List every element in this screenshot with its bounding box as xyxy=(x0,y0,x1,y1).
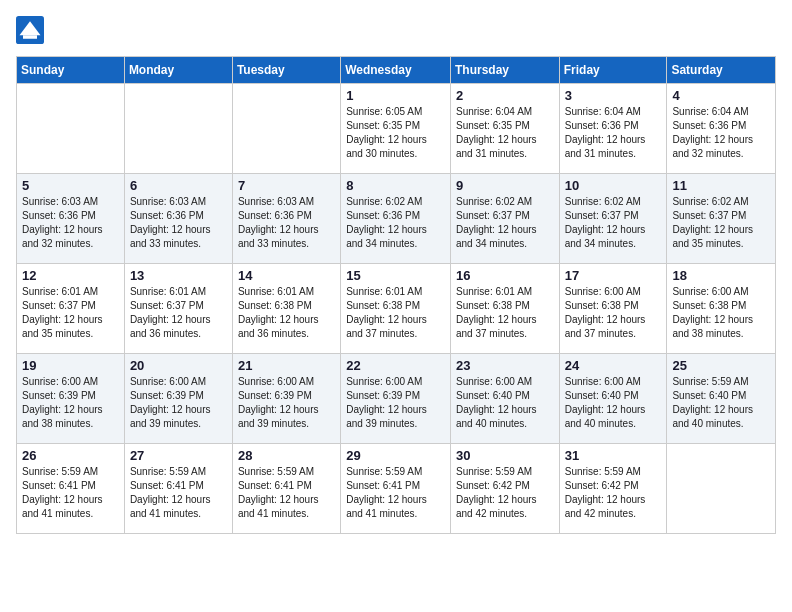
day-info: Sunrise: 6:00 AMSunset: 6:39 PMDaylight:… xyxy=(130,375,227,431)
calendar-cell: 14Sunrise: 6:01 AMSunset: 6:38 PMDayligh… xyxy=(232,264,340,354)
day-number: 13 xyxy=(130,268,227,283)
day-info: Sunrise: 5:59 AMSunset: 6:40 PMDaylight:… xyxy=(672,375,770,431)
calendar-cell: 28Sunrise: 5:59 AMSunset: 6:41 PMDayligh… xyxy=(232,444,340,534)
logo xyxy=(16,16,48,44)
calendar-cell: 10Sunrise: 6:02 AMSunset: 6:37 PMDayligh… xyxy=(559,174,667,264)
day-number: 14 xyxy=(238,268,335,283)
calendar-cell: 20Sunrise: 6:00 AMSunset: 6:39 PMDayligh… xyxy=(124,354,232,444)
day-info: Sunrise: 5:59 AMSunset: 6:42 PMDaylight:… xyxy=(565,465,662,521)
calendar-cell: 4Sunrise: 6:04 AMSunset: 6:36 PMDaylight… xyxy=(667,84,776,174)
calendar-cell: 19Sunrise: 6:00 AMSunset: 6:39 PMDayligh… xyxy=(17,354,125,444)
calendar-cell: 3Sunrise: 6:04 AMSunset: 6:36 PMDaylight… xyxy=(559,84,667,174)
day-info: Sunrise: 6:03 AMSunset: 6:36 PMDaylight:… xyxy=(238,195,335,251)
week-row-4: 19Sunrise: 6:00 AMSunset: 6:39 PMDayligh… xyxy=(17,354,776,444)
day-info: Sunrise: 6:01 AMSunset: 6:38 PMDaylight:… xyxy=(346,285,445,341)
day-number: 20 xyxy=(130,358,227,373)
calendar-cell: 8Sunrise: 6:02 AMSunset: 6:36 PMDaylight… xyxy=(341,174,451,264)
week-row-5: 26Sunrise: 5:59 AMSunset: 6:41 PMDayligh… xyxy=(17,444,776,534)
calendar-cell: 27Sunrise: 5:59 AMSunset: 6:41 PMDayligh… xyxy=(124,444,232,534)
page-header xyxy=(16,16,776,44)
weekday-header-tuesday: Tuesday xyxy=(232,57,340,84)
weekday-header-monday: Monday xyxy=(124,57,232,84)
calendar-cell xyxy=(17,84,125,174)
day-number: 12 xyxy=(22,268,119,283)
logo-icon xyxy=(16,16,44,44)
weekday-header-wednesday: Wednesday xyxy=(341,57,451,84)
day-info: Sunrise: 6:00 AMSunset: 6:39 PMDaylight:… xyxy=(22,375,119,431)
day-number: 24 xyxy=(565,358,662,373)
day-number: 4 xyxy=(672,88,770,103)
day-info: Sunrise: 6:01 AMSunset: 6:38 PMDaylight:… xyxy=(456,285,554,341)
calendar-cell: 16Sunrise: 6:01 AMSunset: 6:38 PMDayligh… xyxy=(450,264,559,354)
day-info: Sunrise: 6:00 AMSunset: 6:38 PMDaylight:… xyxy=(565,285,662,341)
day-number: 31 xyxy=(565,448,662,463)
calendar-cell: 6Sunrise: 6:03 AMSunset: 6:36 PMDaylight… xyxy=(124,174,232,264)
calendar-cell: 24Sunrise: 6:00 AMSunset: 6:40 PMDayligh… xyxy=(559,354,667,444)
calendar-cell: 31Sunrise: 5:59 AMSunset: 6:42 PMDayligh… xyxy=(559,444,667,534)
day-info: Sunrise: 6:02 AMSunset: 6:36 PMDaylight:… xyxy=(346,195,445,251)
day-number: 11 xyxy=(672,178,770,193)
day-info: Sunrise: 6:01 AMSunset: 6:37 PMDaylight:… xyxy=(130,285,227,341)
calendar-cell xyxy=(667,444,776,534)
day-number: 1 xyxy=(346,88,445,103)
day-number: 21 xyxy=(238,358,335,373)
day-number: 25 xyxy=(672,358,770,373)
day-number: 18 xyxy=(672,268,770,283)
calendar-cell xyxy=(124,84,232,174)
day-info: Sunrise: 6:03 AMSunset: 6:36 PMDaylight:… xyxy=(130,195,227,251)
day-number: 5 xyxy=(22,178,119,193)
day-info: Sunrise: 6:04 AMSunset: 6:36 PMDaylight:… xyxy=(565,105,662,161)
day-number: 2 xyxy=(456,88,554,103)
day-info: Sunrise: 5:59 AMSunset: 6:41 PMDaylight:… xyxy=(346,465,445,521)
day-number: 22 xyxy=(346,358,445,373)
day-number: 23 xyxy=(456,358,554,373)
calendar-cell: 9Sunrise: 6:02 AMSunset: 6:37 PMDaylight… xyxy=(450,174,559,264)
day-info: Sunrise: 6:00 AMSunset: 6:39 PMDaylight:… xyxy=(238,375,335,431)
week-row-2: 5Sunrise: 6:03 AMSunset: 6:36 PMDaylight… xyxy=(17,174,776,264)
day-number: 8 xyxy=(346,178,445,193)
day-number: 16 xyxy=(456,268,554,283)
calendar-cell: 2Sunrise: 6:04 AMSunset: 6:35 PMDaylight… xyxy=(450,84,559,174)
day-number: 29 xyxy=(346,448,445,463)
weekday-header-thursday: Thursday xyxy=(450,57,559,84)
day-info: Sunrise: 5:59 AMSunset: 6:42 PMDaylight:… xyxy=(456,465,554,521)
day-info: Sunrise: 5:59 AMSunset: 6:41 PMDaylight:… xyxy=(22,465,119,521)
weekday-header-sunday: Sunday xyxy=(17,57,125,84)
calendar-cell: 23Sunrise: 6:00 AMSunset: 6:40 PMDayligh… xyxy=(450,354,559,444)
calendar-cell: 12Sunrise: 6:01 AMSunset: 6:37 PMDayligh… xyxy=(17,264,125,354)
calendar-cell: 17Sunrise: 6:00 AMSunset: 6:38 PMDayligh… xyxy=(559,264,667,354)
calendar-cell: 13Sunrise: 6:01 AMSunset: 6:37 PMDayligh… xyxy=(124,264,232,354)
day-number: 27 xyxy=(130,448,227,463)
day-number: 9 xyxy=(456,178,554,193)
calendar-cell: 5Sunrise: 6:03 AMSunset: 6:36 PMDaylight… xyxy=(17,174,125,264)
day-number: 30 xyxy=(456,448,554,463)
day-number: 10 xyxy=(565,178,662,193)
calendar-cell: 30Sunrise: 5:59 AMSunset: 6:42 PMDayligh… xyxy=(450,444,559,534)
calendar-cell: 25Sunrise: 5:59 AMSunset: 6:40 PMDayligh… xyxy=(667,354,776,444)
calendar-cell: 18Sunrise: 6:00 AMSunset: 6:38 PMDayligh… xyxy=(667,264,776,354)
calendar-cell: 26Sunrise: 5:59 AMSunset: 6:41 PMDayligh… xyxy=(17,444,125,534)
weekday-header-friday: Friday xyxy=(559,57,667,84)
day-number: 6 xyxy=(130,178,227,193)
svg-rect-2 xyxy=(23,35,37,39)
week-row-3: 12Sunrise: 6:01 AMSunset: 6:37 PMDayligh… xyxy=(17,264,776,354)
calendar: SundayMondayTuesdayWednesdayThursdayFrid… xyxy=(16,56,776,534)
calendar-cell: 21Sunrise: 6:00 AMSunset: 6:39 PMDayligh… xyxy=(232,354,340,444)
day-info: Sunrise: 6:02 AMSunset: 6:37 PMDaylight:… xyxy=(672,195,770,251)
calendar-cell: 29Sunrise: 5:59 AMSunset: 6:41 PMDayligh… xyxy=(341,444,451,534)
day-info: Sunrise: 6:03 AMSunset: 6:36 PMDaylight:… xyxy=(22,195,119,251)
day-number: 19 xyxy=(22,358,119,373)
day-info: Sunrise: 6:02 AMSunset: 6:37 PMDaylight:… xyxy=(565,195,662,251)
day-info: Sunrise: 6:04 AMSunset: 6:36 PMDaylight:… xyxy=(672,105,770,161)
day-number: 17 xyxy=(565,268,662,283)
day-info: Sunrise: 6:00 AMSunset: 6:38 PMDaylight:… xyxy=(672,285,770,341)
day-info: Sunrise: 6:02 AMSunset: 6:37 PMDaylight:… xyxy=(456,195,554,251)
day-info: Sunrise: 5:59 AMSunset: 6:41 PMDaylight:… xyxy=(238,465,335,521)
week-row-1: 1Sunrise: 6:05 AMSunset: 6:35 PMDaylight… xyxy=(17,84,776,174)
day-number: 26 xyxy=(22,448,119,463)
day-info: Sunrise: 6:00 AMSunset: 6:40 PMDaylight:… xyxy=(565,375,662,431)
day-info: Sunrise: 6:04 AMSunset: 6:35 PMDaylight:… xyxy=(456,105,554,161)
calendar-cell: 22Sunrise: 6:00 AMSunset: 6:39 PMDayligh… xyxy=(341,354,451,444)
calendar-cell: 7Sunrise: 6:03 AMSunset: 6:36 PMDaylight… xyxy=(232,174,340,264)
calendar-cell: 1Sunrise: 6:05 AMSunset: 6:35 PMDaylight… xyxy=(341,84,451,174)
